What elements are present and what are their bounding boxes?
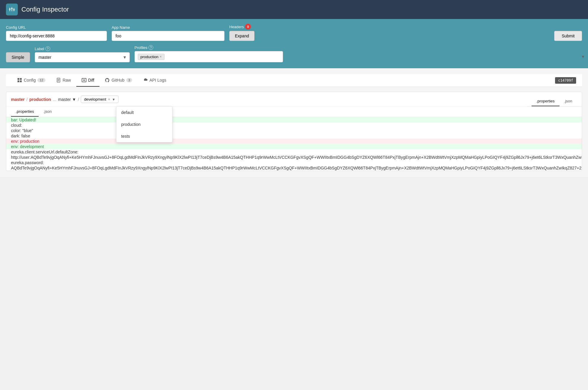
right-branch-label[interactable]: master ▼ xyxy=(58,97,76,102)
profiles-field-label: Profiles ? xyxy=(135,45,283,50)
profiles-help-icon[interactable]: ? xyxy=(148,45,153,50)
label-group: Label ? master main develop ▼ xyxy=(35,46,130,62)
config-url-input[interactable] xyxy=(6,31,107,41)
code-line: AQBdTe9vjgOqANyfi+Ke5HYmhFJnuvsGJ+8FOqLg… xyxy=(6,165,582,171)
env-tag-remove-icon[interactable]: × xyxy=(108,97,110,102)
app-name-label: App Name xyxy=(112,25,225,30)
svg-rect-1 xyxy=(12,7,12,11)
svg-rect-7 xyxy=(20,78,22,80)
app-name-input[interactable] xyxy=(112,31,225,41)
env-tag-dropdown-icon[interactable]: ▼ xyxy=(112,98,115,101)
app-title: Config Inspector xyxy=(21,6,69,13)
headers-label: Headers 0 xyxy=(229,24,255,30)
simple-button[interactable]: Simple xyxy=(6,52,30,62)
github-tab-badge: 3 xyxy=(126,78,132,82)
right-branch-dropdown-icon: ▼ xyxy=(72,97,76,102)
label-select[interactable]: master main develop xyxy=(35,52,130,62)
code-view: bar: Updated!cloud:color: "blue"dark: fa… xyxy=(6,117,582,171)
code-line: http://user:AQBdTe9vjgOqANyfi+Ke5HYmhFJn… xyxy=(6,155,582,160)
app-name-group: App Name xyxy=(112,25,225,41)
dropdown-item-tests[interactable]: tests xyxy=(116,130,172,142)
code-line: eureka.client.serviceUrl.defaultZone: xyxy=(6,149,582,155)
cloud-icon xyxy=(143,78,148,83)
headers-group: Headers 0 Expand xyxy=(229,24,255,41)
grid-icon xyxy=(17,78,22,83)
code-line: env: production xyxy=(6,139,582,144)
label-field-label: Label ? xyxy=(35,46,130,51)
code-line: eureka.password: xyxy=(6,160,582,165)
app-header: Config Inspector xyxy=(0,0,588,19)
tab-config[interactable]: Config 12 xyxy=(12,74,51,87)
tab-raw[interactable]: Raw xyxy=(51,74,76,87)
file-icon xyxy=(56,78,61,83)
tabs-bar: Config 12 Raw Diff GitHub 3 API Logs c14… xyxy=(6,74,582,87)
profiles-group: Profiles ? production × ▼ xyxy=(135,45,283,62)
code-line: bar: Updated! xyxy=(6,117,582,123)
profiles-input[interactable]: production × ▼ xyxy=(135,51,283,62)
svg-rect-9 xyxy=(20,80,22,82)
config-url-group: Config URL xyxy=(6,25,107,41)
tab-github[interactable]: GitHub 3 xyxy=(99,74,137,87)
headers-badge: 0 xyxy=(245,24,251,30)
diff-icon xyxy=(82,78,86,83)
sliders-icon xyxy=(8,6,15,13)
profile-tag-production: production × xyxy=(138,54,165,60)
tab-diff[interactable]: Diff xyxy=(76,74,100,87)
svg-rect-3 xyxy=(9,9,11,9)
submit-button[interactable]: Submit xyxy=(554,31,582,41)
left-branch-label: master xyxy=(11,97,25,102)
svg-rect-8 xyxy=(18,80,19,82)
code-line: env: development xyxy=(6,144,582,149)
sub-tab-json[interactable]: .json xyxy=(559,96,577,106)
dots-sep: ... xyxy=(53,97,56,102)
tab-api-logs[interactable]: API Logs xyxy=(137,74,172,87)
toolbar: Config URL App Name Headers 0 Expand Sub… xyxy=(0,19,588,68)
code-line: color: "blue" xyxy=(6,128,582,133)
env-dropdown-menu: default production tests xyxy=(116,106,173,142)
label-help-icon[interactable]: ? xyxy=(45,46,50,51)
sub-tab-properties-2[interactable]: .properties xyxy=(11,107,39,117)
sub-tab-properties[interactable]: .properties xyxy=(532,96,559,106)
env-tag-development[interactable]: development × ▼ xyxy=(81,96,118,103)
profile-tag-remove-icon[interactable]: × xyxy=(160,55,162,59)
code-line: dark: false xyxy=(6,133,582,139)
main-content: Config 12 Raw Diff GitHub 3 API Logs c14… xyxy=(0,68,588,177)
dropdown-item-default[interactable]: default xyxy=(116,107,172,118)
code-line: cloud: xyxy=(6,123,582,128)
label-select-wrapper: master main develop ▼ xyxy=(35,52,130,62)
github-icon xyxy=(105,78,110,83)
profiles-arrow-icon: ▼ xyxy=(581,54,585,59)
diff-header: master / production ... master ▼ / devel… xyxy=(6,92,582,107)
sub-tab-json-2[interactable]: .json xyxy=(39,107,56,117)
config-url-label: Config URL xyxy=(6,25,107,30)
left-env-label: production xyxy=(29,97,51,102)
svg-rect-5 xyxy=(13,9,15,10)
svg-rect-6 xyxy=(18,78,19,80)
sub-tabs-row: .properties .json xyxy=(6,107,582,117)
slash-sep-2: / xyxy=(78,97,79,102)
sub-tabs: .properties .json xyxy=(527,96,582,107)
diff-panel: master / production ... master ▼ / devel… xyxy=(6,92,582,171)
commit-hash: c14709f xyxy=(555,77,576,84)
submit-wrapper: Submit xyxy=(554,31,582,41)
app-logo xyxy=(6,4,18,15)
slash-sep-1: / xyxy=(26,97,28,102)
svg-rect-4 xyxy=(11,8,13,9)
dropdown-item-production[interactable]: production xyxy=(116,118,172,130)
expand-button[interactable]: Expand xyxy=(229,31,255,41)
config-tab-badge: 12 xyxy=(37,78,45,82)
